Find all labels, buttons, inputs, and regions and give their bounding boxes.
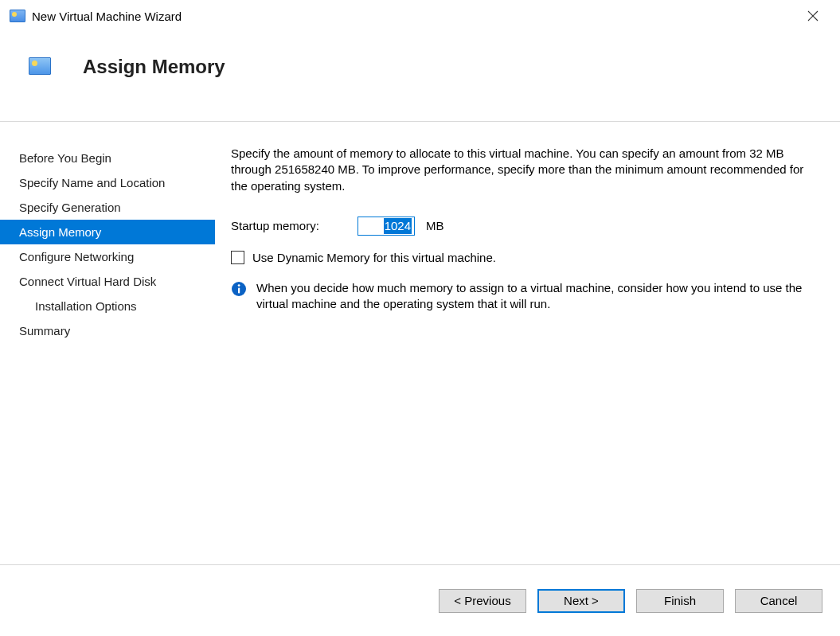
intro-text: Specify the amount of memory to allocate… <box>231 146 811 194</box>
main-content: Specify the amount of memory to allocate… <box>215 122 840 564</box>
app-icon <box>10 10 25 22</box>
info-icon <box>231 281 247 297</box>
wizard-step[interactable]: Assign Memory <box>0 220 215 244</box>
wizard-step[interactable]: Connect Virtual Hard Disk <box>0 269 215 294</box>
wizard-step[interactable]: Configure Networking <box>0 244 215 269</box>
startup-memory-input[interactable]: 1024 <box>357 217 415 236</box>
wizard-footer: < Previous Next > Finish Cancel <box>0 565 840 636</box>
startup-memory-unit: MB <box>426 218 444 234</box>
header-band: Assign Memory <box>0 32 840 122</box>
page-title: Assign Memory <box>83 56 225 78</box>
startup-memory-label: Startup memory: <box>231 218 346 234</box>
dynamic-memory-label: Use Dynamic Memory for this virtual mach… <box>252 250 496 266</box>
info-row: When you decide how much memory to assig… <box>231 280 811 313</box>
dynamic-memory-row: Use Dynamic Memory for this virtual mach… <box>231 250 811 266</box>
close-button[interactable] <box>795 4 830 28</box>
svg-rect-3 <box>238 288 240 294</box>
next-button[interactable]: Next > <box>537 589 625 613</box>
wizard-body: Before You BeginSpecify Name and Locatio… <box>0 122 840 565</box>
wizard-step[interactable]: Before You Begin <box>0 146 215 170</box>
wizard-step[interactable]: Summary <box>0 318 215 343</box>
wizard-icon <box>29 57 51 75</box>
startup-memory-row: Startup memory: 1024 MB <box>231 217 811 236</box>
titlebar: New Virtual Machine Wizard <box>0 0 840 32</box>
dynamic-memory-checkbox[interactable] <box>231 251 244 264</box>
cancel-button[interactable]: Cancel <box>735 589 822 613</box>
previous-button[interactable]: < Previous <box>439 589 526 613</box>
window-title: New Virtual Machine Wizard <box>32 10 795 23</box>
wizard-step[interactable]: Installation Options <box>0 294 215 318</box>
wizard-step[interactable]: Specify Generation <box>0 195 215 220</box>
close-icon <box>807 10 819 21</box>
svg-point-4 <box>238 284 240 287</box>
wizard-steps-sidebar: Before You BeginSpecify Name and Locatio… <box>0 122 215 564</box>
finish-button[interactable]: Finish <box>636 589 724 613</box>
wizard-step[interactable]: Specify Name and Location <box>0 170 215 195</box>
info-text: When you decide how much memory to assig… <box>256 280 811 313</box>
